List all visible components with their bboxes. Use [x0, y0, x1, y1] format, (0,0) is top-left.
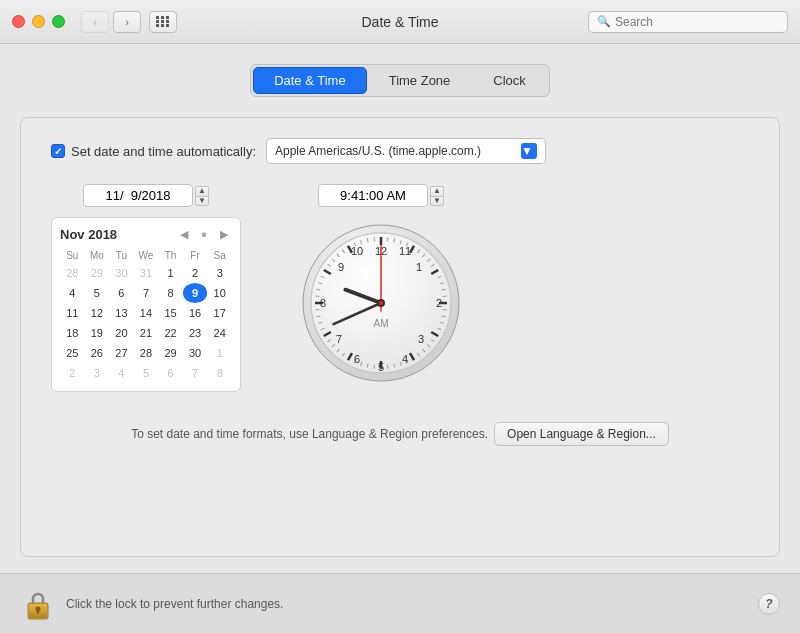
- settings-panel: Set date and time automatically: Apple A…: [20, 117, 780, 557]
- tab-clock[interactable]: Clock: [472, 67, 547, 94]
- lock-text: Click the lock to prevent further change…: [66, 597, 758, 611]
- time-server-dropdown[interactable]: Apple Americas/U.S. (time.apple.com.) ▼: [266, 138, 546, 164]
- calendar-day[interactable]: 13: [109, 303, 134, 323]
- calendar-day[interactable]: 16: [183, 303, 208, 323]
- calendar-day[interactable]: 30: [109, 263, 134, 283]
- svg-text:6: 6: [354, 353, 360, 365]
- open-language-region-button[interactable]: Open Language & Region...: [494, 422, 669, 446]
- calendar-weekday: Fr: [183, 248, 208, 263]
- calendar-day[interactable]: 23: [183, 323, 208, 343]
- svg-text:7: 7: [336, 333, 342, 345]
- calendar-day[interactable]: 12: [85, 303, 110, 323]
- svg-text:2: 2: [436, 297, 442, 309]
- calendar-day[interactable]: 19: [85, 323, 110, 343]
- calendar: Nov 2018 ◀ ● ▶ SuMoTuWeThFrSa 2829303112…: [51, 217, 241, 392]
- calendar-day[interactable]: 31: [134, 263, 159, 283]
- calendar-day[interactable]: 2: [183, 263, 208, 283]
- calendar-day[interactable]: 1: [207, 343, 232, 363]
- time-stepper: ▲ ▼: [430, 186, 444, 206]
- calendar-day[interactable]: 6: [109, 283, 134, 303]
- calendar-day[interactable]: 8: [207, 363, 232, 383]
- calendar-header: Nov 2018 ◀ ● ▶: [60, 226, 232, 242]
- calendar-day[interactable]: 5: [85, 283, 110, 303]
- nav-buttons: ‹ ›: [81, 11, 141, 33]
- calendar-day[interactable]: 20: [109, 323, 134, 343]
- calendar-day[interactable]: 3: [85, 363, 110, 383]
- titlebar: ‹ › Date & Time 🔍: [0, 0, 800, 44]
- lock-icon[interactable]: [20, 586, 56, 622]
- calendar-day[interactable]: 3: [207, 263, 232, 283]
- datetime-area: ▲ ▼ Nov 2018 ◀ ● ▶: [51, 184, 749, 392]
- svg-text:5: 5: [378, 361, 384, 373]
- back-button[interactable]: ‹: [81, 11, 109, 33]
- time-input[interactable]: [318, 184, 428, 207]
- language-region-text: To set date and time formats, use Langua…: [131, 427, 488, 441]
- calendar-day[interactable]: 8: [158, 283, 183, 303]
- calendar-day[interactable]: 29: [158, 343, 183, 363]
- calendar-dot[interactable]: ●: [196, 226, 212, 242]
- svg-rect-83: [37, 610, 39, 614]
- svg-text:3: 3: [418, 333, 424, 345]
- calendar-day[interactable]: 21: [134, 323, 159, 343]
- help-label: ?: [765, 597, 772, 611]
- minimize-button[interactable]: [32, 15, 45, 28]
- time-decrement-button[interactable]: ▼: [430, 196, 444, 206]
- calendar-next-button[interactable]: ▶: [216, 226, 232, 242]
- calendar-day[interactable]: 5: [134, 363, 159, 383]
- forward-button[interactable]: ›: [113, 11, 141, 33]
- calendar-day[interactable]: 22: [158, 323, 183, 343]
- calendar-day[interactable]: 30: [183, 343, 208, 363]
- calendar-day[interactable]: 7: [134, 283, 159, 303]
- search-input[interactable]: [615, 15, 779, 29]
- help-button[interactable]: ?: [758, 593, 780, 615]
- calendar-day[interactable]: 24: [207, 323, 232, 343]
- calendar-title: Nov 2018: [60, 227, 117, 242]
- calendar-weekday: Su: [60, 248, 85, 263]
- calendar-day[interactable]: 11: [60, 303, 85, 323]
- calendar-day[interactable]: 26: [85, 343, 110, 363]
- close-button[interactable]: [12, 15, 25, 28]
- calendar-day[interactable]: 18: [60, 323, 85, 343]
- tabs-container: Date & Time Time Zone Clock: [20, 64, 780, 97]
- tab-date-time[interactable]: Date & Time: [253, 67, 367, 94]
- footer: Click the lock to prevent further change…: [0, 573, 800, 633]
- calendar-day[interactable]: 25: [60, 343, 85, 363]
- calendar-day[interactable]: 28: [134, 343, 159, 363]
- date-input[interactable]: [83, 184, 193, 207]
- svg-text:4: 4: [402, 353, 408, 365]
- calendar-day[interactable]: 1: [158, 263, 183, 283]
- calendar-day[interactable]: 15: [158, 303, 183, 323]
- date-increment-button[interactable]: ▲: [195, 186, 209, 196]
- calendar-day[interactable]: 29: [85, 263, 110, 283]
- calendar-day[interactable]: 2: [60, 363, 85, 383]
- calendar-day[interactable]: 6: [158, 363, 183, 383]
- svg-text:10: 10: [351, 245, 363, 257]
- calendar-day[interactable]: 14: [134, 303, 159, 323]
- svg-text:9: 9: [338, 261, 344, 273]
- calendar-day[interactable]: 4: [109, 363, 134, 383]
- maximize-button[interactable]: [52, 15, 65, 28]
- tab-bar: Date & Time Time Zone Clock: [250, 64, 550, 97]
- traffic-lights: [12, 15, 65, 28]
- tab-time-zone[interactable]: Time Zone: [368, 67, 472, 94]
- auto-time-label: Set date and time automatically:: [71, 144, 256, 159]
- calendar-weekday: We: [134, 248, 159, 263]
- svg-point-79: [379, 301, 383, 305]
- search-box[interactable]: 🔍: [588, 11, 788, 33]
- window-title: Date & Time: [361, 14, 438, 30]
- calendar-day[interactable]: 27: [109, 343, 134, 363]
- date-input-row: ▲ ▼: [83, 184, 209, 207]
- calendar-prev-button[interactable]: ◀: [176, 226, 192, 242]
- calendar-day[interactable]: 9: [183, 283, 208, 303]
- grid-view-button[interactable]: [149, 11, 177, 33]
- calendar-day[interactable]: 28: [60, 263, 85, 283]
- date-decrement-button[interactable]: ▼: [195, 196, 209, 206]
- calendar-day[interactable]: 4: [60, 283, 85, 303]
- auto-time-checkbox[interactable]: [51, 144, 65, 158]
- calendar-weekday: Tu: [109, 248, 134, 263]
- calendar-day[interactable]: 10: [207, 283, 232, 303]
- time-increment-button[interactable]: ▲: [430, 186, 444, 196]
- forward-icon: ›: [125, 16, 129, 28]
- calendar-day[interactable]: 17: [207, 303, 232, 323]
- calendar-day[interactable]: 7: [183, 363, 208, 383]
